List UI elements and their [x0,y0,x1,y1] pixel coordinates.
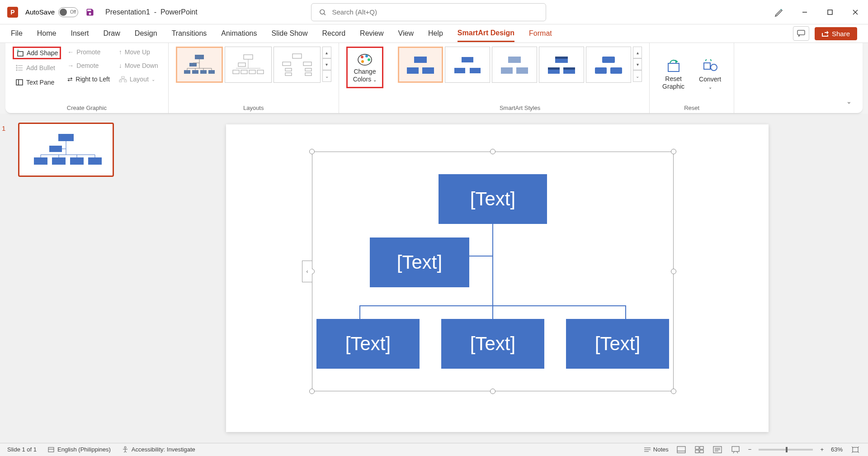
promote-button[interactable]: ←Promote [65,47,113,57]
resize-handle-br[interactable] [671,389,676,394]
resize-handle-tl[interactable] [309,149,315,154]
org-node-assistant[interactable]: [Text] [370,238,469,287]
zoom-slider[interactable] [759,449,813,451]
demote-button[interactable]: →Demote [65,60,113,71]
slide-sorter-button[interactable] [694,445,705,454]
scroll-down-icon[interactable]: ▾ [633,58,642,70]
status-slide-indicator[interactable]: Slide 1 of 1 [7,446,37,453]
svg-rect-49 [285,73,292,76]
tab-design[interactable]: Design [135,26,157,41]
search-box[interactable] [311,3,546,21]
tab-insert[interactable]: Insert [71,26,89,41]
slide-canvas[interactable]: ‹ [Text] [Text] [Text] [Text] [Text] [226,124,769,432]
scroll-down-icon[interactable]: ▾ [322,58,331,70]
svg-rect-82 [52,157,66,165]
zoom-out-button[interactable]: − [748,446,752,453]
maximize-button[interactable] [825,7,835,18]
layout-thumb-3[interactable] [274,47,321,83]
svg-rect-81 [34,157,47,165]
group-create-graphic: + Add Shape Add Bullet Text Pane ←Promot… [5,43,169,113]
smartart-object[interactable]: ‹ [Text] [Text] [Text] [Text] [Text] [312,152,674,391]
normal-view-button[interactable] [676,445,687,454]
zoom-in-button[interactable]: + [820,446,824,453]
reading-view-button[interactable] [712,445,723,454]
resize-handle-bm[interactable] [490,389,495,394]
scroll-up-icon[interactable]: ▴ [322,47,331,58]
chevron-down-icon: ⌄ [373,77,377,82]
svg-rect-69 [555,57,568,59]
style-thumb-1[interactable] [398,47,443,83]
search-input[interactable] [332,8,538,16]
resize-handle-bl[interactable] [309,389,315,394]
resize-handle-tm[interactable] [490,149,495,154]
layout-dropdown[interactable]: Layout⌄ [116,74,161,85]
autosave-toggle[interactable]: Off [58,7,78,17]
svg-rect-75 [668,63,679,71]
tab-draw[interactable]: Draw [103,26,120,41]
tab-smartart-design[interactable]: SmartArt Design [458,25,514,42]
notes-button[interactable]: Notes [643,446,669,453]
move-up-button[interactable]: ↑Move Up [116,47,161,57]
tab-home[interactable]: Home [37,26,57,41]
style-thumb-4[interactable] [539,47,584,83]
svg-rect-84 [88,157,102,165]
pen-icon[interactable] [774,7,785,18]
tab-slideshow[interactable]: Slide Show [271,26,307,41]
ribbon-collapse-button[interactable]: ⌄ [846,98,852,105]
slideshow-view-button[interactable] [730,445,741,454]
reset-graphic-button[interactable]: ResetGraphic [657,47,690,103]
styles-scroll[interactable]: ▴▾⌄ [633,47,642,82]
convert-button[interactable]: Convert⌄ [693,47,726,103]
text-pane-button[interactable]: Text Pane [13,76,61,88]
minimize-button[interactable] [799,7,810,18]
scroll-up-icon[interactable]: ▴ [633,47,642,58]
zoom-level[interactable]: 63% [831,446,843,453]
org-node-child-3[interactable]: [Text] [566,319,669,369]
expand-icon[interactable]: ⌄ [322,70,331,82]
svg-rect-18 [119,80,122,82]
resize-handle-mr[interactable] [671,269,676,274]
tab-animations[interactable]: Animations [221,26,257,41]
close-button[interactable] [850,7,861,18]
tab-transitions[interactable]: Transitions [172,26,207,41]
layout-thumb-1[interactable] [176,47,223,83]
org-node-root[interactable]: [Text] [439,174,547,224]
main-area: 1 [0,114,868,443]
layouts-scroll[interactable]: ▴▾⌄ [322,47,331,82]
svg-rect-24 [195,55,204,59]
tab-view[interactable]: View [398,26,414,41]
add-shape-button[interactable]: + Add Shape [13,47,61,59]
resize-handle-tr[interactable] [671,149,676,154]
share-button[interactable]: Share [815,27,857,40]
svg-rect-26 [184,70,190,74]
fit-to-window-button[interactable] [850,445,861,454]
layout-thumb-2[interactable] [225,47,272,83]
status-language[interactable]: English (Philippines) [47,446,111,453]
svg-rect-101 [700,446,703,449]
text-pane-expand-tab[interactable]: ‹ [302,261,312,282]
style-thumb-5[interactable] [586,47,631,83]
tab-format[interactable]: Format [529,26,552,41]
connector-line [492,215,493,305]
comments-button[interactable] [793,26,809,41]
status-accessibility[interactable]: Accessibility: Investigate [122,446,195,453]
svg-rect-47 [303,62,311,66]
org-node-child-1[interactable]: [Text] [316,319,420,369]
slide-thumbnail-1[interactable] [18,123,114,177]
tab-file[interactable]: File [11,26,23,41]
style-thumb-3[interactable] [492,47,537,83]
tab-help[interactable]: Help [428,26,443,41]
move-down-button[interactable]: ↓Move Down [116,60,161,71]
expand-icon[interactable]: ⌄ [633,70,642,82]
tab-review[interactable]: Review [360,26,383,41]
save-icon[interactable] [85,8,94,17]
tab-record[interactable]: Record [322,26,346,41]
change-colors-button[interactable]: ChangeColors ⌄ [346,47,383,88]
right-to-left-button[interactable]: ⇄Right to Left [65,74,113,85]
style-thumb-2[interactable] [445,47,490,83]
slide-number: 1 [2,124,5,132]
slide-editor[interactable]: ‹ [Text] [Text] [Text] [Text] [Text] [127,114,868,443]
org-node-child-2[interactable]: [Text] [441,319,544,369]
svg-rect-83 [70,157,84,165]
add-bullet-button[interactable]: Add Bullet [13,62,61,74]
